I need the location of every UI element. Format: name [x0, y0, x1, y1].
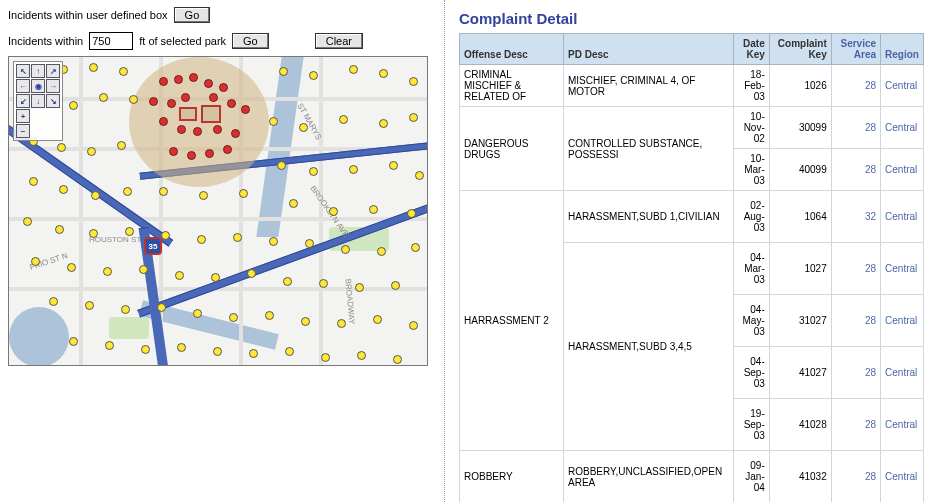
- incident-dot[interactable]: [159, 187, 168, 196]
- incident-dot[interactable]: [57, 143, 66, 152]
- incident-dot[interactable]: [31, 257, 40, 266]
- incident-dot[interactable]: [175, 271, 184, 280]
- incident-dot[interactable]: [197, 235, 206, 244]
- pan-sw-button[interactable]: ↙: [16, 94, 30, 108]
- region-link[interactable]: Central: [885, 419, 917, 430]
- pan-w-button[interactable]: ←: [16, 79, 30, 93]
- incident-dot[interactable]: [69, 337, 78, 346]
- incident-dot[interactable]: [193, 309, 202, 318]
- incident-dot[interactable]: [349, 165, 358, 174]
- region-link[interactable]: Central: [885, 471, 917, 482]
- service-area-link[interactable]: 28: [865, 263, 876, 274]
- incident-dot[interactable]: [299, 123, 308, 132]
- incident-dot[interactable]: [99, 93, 108, 102]
- incident-dot[interactable]: [357, 351, 366, 360]
- incident-dot[interactable]: [91, 191, 100, 200]
- incident-dot[interactable]: [239, 189, 248, 198]
- incident-dot[interactable]: [247, 269, 256, 278]
- incident-dot[interactable]: [289, 199, 298, 208]
- incident-dot[interactable]: [211, 273, 220, 282]
- incident-dot[interactable]: [391, 281, 400, 290]
- incident-dot[interactable]: [409, 77, 418, 86]
- incident-dot[interactable]: [337, 319, 346, 328]
- incident-dot[interactable]: [69, 101, 78, 110]
- incident-dot[interactable]: [369, 205, 378, 214]
- incident-dot[interactable]: [59, 185, 68, 194]
- incident-dot[interactable]: [355, 283, 364, 292]
- incident-dot[interactable]: [103, 267, 112, 276]
- pan-se-button[interactable]: ↘: [46, 94, 60, 108]
- incident-dot[interactable]: [409, 321, 418, 330]
- col-complaint[interactable]: Complaint Key: [769, 34, 831, 65]
- map-viewport[interactable]: 35 FRIO ST N BROOKLYN AVE BROADWAY HOUST…: [8, 56, 428, 366]
- col-date[interactable]: Date Key: [733, 34, 769, 65]
- pan-s-button[interactable]: ↓: [31, 94, 45, 108]
- incident-dot[interactable]: [269, 117, 278, 126]
- incident-dot[interactable]: [119, 67, 128, 76]
- incident-dot[interactable]: [117, 141, 126, 150]
- pan-ne-button[interactable]: ↗: [46, 64, 60, 78]
- incident-dot[interactable]: [29, 177, 38, 186]
- incident-dot[interactable]: [321, 353, 330, 362]
- incident-dot[interactable]: [379, 119, 388, 128]
- col-offense[interactable]: Offense Desc: [460, 34, 564, 65]
- service-area-link[interactable]: 28: [865, 122, 876, 133]
- pan-e-button[interactable]: →: [46, 79, 60, 93]
- service-area-link[interactable]: 28: [865, 471, 876, 482]
- incident-dot[interactable]: [23, 217, 32, 226]
- incident-dot[interactable]: [157, 303, 166, 312]
- incident-dot[interactable]: [285, 347, 294, 356]
- incident-dot[interactable]: [309, 167, 318, 176]
- incident-dot[interactable]: [87, 147, 96, 156]
- distance-input[interactable]: [89, 32, 133, 50]
- incident-dot[interactable]: [269, 237, 278, 246]
- zoom-in-button[interactable]: +: [16, 109, 30, 123]
- incident-dot[interactable]: [301, 317, 310, 326]
- incident-dot[interactable]: [49, 297, 58, 306]
- incident-dot[interactable]: [213, 347, 222, 356]
- incident-dot[interactable]: [123, 187, 132, 196]
- incident-dot[interactable]: [141, 345, 150, 354]
- service-area-link[interactable]: 28: [865, 367, 876, 378]
- zoom-out-button[interactable]: −: [16, 124, 30, 138]
- incident-dot[interactable]: [309, 71, 318, 80]
- incident-dot[interactable]: [341, 245, 350, 254]
- incident-dot[interactable]: [233, 233, 242, 242]
- incident-dot[interactable]: [411, 243, 420, 252]
- incident-dot[interactable]: [199, 191, 208, 200]
- incident-dot[interactable]: [85, 301, 94, 310]
- incident-dot[interactable]: [129, 95, 138, 104]
- incident-dot[interactable]: [105, 341, 114, 350]
- incident-dot[interactable]: [389, 161, 398, 170]
- incident-dot[interactable]: [377, 247, 386, 256]
- region-link[interactable]: Central: [885, 263, 917, 274]
- service-area-link[interactable]: 32: [865, 211, 876, 222]
- service-area-link[interactable]: 28: [865, 164, 876, 175]
- incident-dot[interactable]: [379, 69, 388, 78]
- clear-button[interactable]: Clear: [315, 33, 363, 49]
- region-link[interactable]: Central: [885, 80, 917, 91]
- incident-dot[interactable]: [89, 63, 98, 72]
- incident-dot[interactable]: [229, 313, 238, 322]
- incident-dot[interactable]: [67, 263, 76, 272]
- incident-dot[interactable]: [265, 311, 274, 320]
- incident-dot[interactable]: [125, 227, 134, 236]
- incident-dot[interactable]: [349, 65, 358, 74]
- incident-dot[interactable]: [305, 239, 314, 248]
- region-link[interactable]: Central: [885, 164, 917, 175]
- pan-nw-button[interactable]: ↖: [16, 64, 30, 78]
- region-link[interactable]: Central: [885, 315, 917, 326]
- region-link[interactable]: Central: [885, 211, 917, 222]
- pan-home-button[interactable]: ◉: [31, 79, 45, 93]
- incident-dot[interactable]: [393, 355, 402, 364]
- incident-dot[interactable]: [373, 315, 382, 324]
- col-pd[interactable]: PD Desc: [564, 34, 734, 65]
- service-area-link[interactable]: 28: [865, 419, 876, 430]
- go-box-button[interactable]: Go: [174, 7, 211, 23]
- region-link[interactable]: Central: [885, 122, 917, 133]
- incident-dot[interactable]: [55, 225, 64, 234]
- incident-dot[interactable]: [121, 305, 130, 314]
- incident-dot[interactable]: [249, 349, 258, 358]
- service-area-link[interactable]: 28: [865, 80, 876, 91]
- incident-dot[interactable]: [415, 171, 424, 180]
